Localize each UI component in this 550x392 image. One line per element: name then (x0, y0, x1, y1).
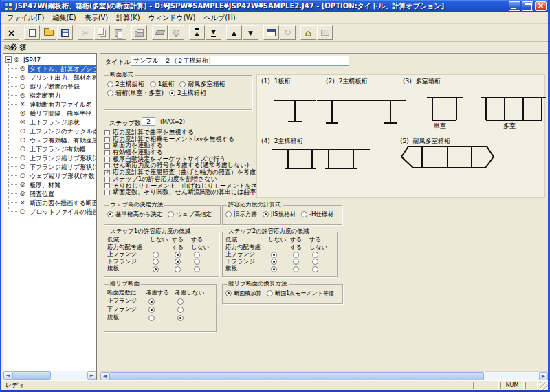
radio[interactable] (175, 259, 181, 265)
cut-button[interactable]: ✂ (78, 25, 94, 40)
radio[interactable] (153, 252, 159, 258)
radio-option[interactable]: 2主構箱桁 (169, 89, 206, 98)
radio[interactable] (177, 298, 184, 305)
radio-option[interactable]: -H仕様材 (301, 210, 333, 219)
checkbox[interactable] (104, 150, 110, 155)
detail-view-button[interactable] (317, 25, 333, 40)
radio[interactable] (175, 252, 181, 258)
exit-button[interactable]: × (3, 25, 19, 40)
tree-hscroll-track[interactable] (12, 371, 87, 380)
radio-option[interactable]: 耐風多室箱桁 (179, 80, 225, 89)
scroll-left-icon[interactable]: ◄ (100, 372, 109, 380)
tree-hscroll-thumb[interactable] (12, 371, 51, 380)
radio[interactable] (177, 315, 184, 321)
tree-item[interactable]: ○上フランジのナックル点 (20, 127, 96, 135)
radio[interactable] (293, 252, 299, 258)
radio[interactable] (148, 307, 155, 313)
content-hscrollbar[interactable]: ◄ ► (100, 371, 548, 380)
checkbox[interactable] (104, 143, 110, 149)
radio[interactable] (301, 211, 307, 217)
checkbox[interactable] (104, 163, 110, 168)
radio[interactable] (293, 266, 299, 272)
close-button[interactable] (535, 1, 547, 11)
move-first-button[interactable]: ▲ (189, 25, 205, 40)
checkbox[interactable] (104, 190, 110, 195)
print-button[interactable] (131, 25, 147, 40)
radio[interactable] (107, 81, 113, 87)
checkbox[interactable] (104, 157, 110, 162)
scroll-right-icon[interactable]: ► (539, 372, 548, 380)
menu-calc[interactable]: 計算(K) (112, 12, 144, 23)
menu-edit[interactable]: 編集(E) (49, 12, 80, 23)
checkbox[interactable] (104, 137, 110, 142)
radio-option[interactable]: ウェブ高指定 (168, 210, 212, 219)
tree-item[interactable]: ×連動断面力ファイル名 (20, 100, 96, 109)
radio[interactable] (271, 252, 277, 258)
radio-option[interactable]: 箱桁(単室・多室) (107, 89, 164, 98)
tree-item[interactable]: ◎タイトル、計算オプション (20, 64, 96, 73)
tree-item[interactable]: ◎板厚、材質 (20, 180, 96, 189)
move-last-button[interactable]: ▼ (206, 25, 221, 40)
scroll-right-icon[interactable]: ► (87, 371, 96, 380)
radio-option[interactable]: 旧示方書 (226, 210, 257, 219)
radio[interactable] (226, 290, 232, 296)
save-file-button[interactable] (57, 25, 73, 40)
tree-item[interactable]: ○下フランジ縦リブ形状(本数、断 (20, 162, 96, 171)
radio[interactable] (271, 259, 277, 265)
radio[interactable] (107, 211, 113, 217)
menu-file[interactable]: ファイル(F) (3, 12, 49, 23)
radio[interactable] (312, 266, 318, 272)
maximize-button[interactable] (522, 1, 534, 11)
radio[interactable] (107, 90, 113, 96)
scroll-left-icon[interactable]: ◄ (3, 371, 12, 380)
radio[interactable] (312, 259, 318, 265)
radio[interactable] (148, 315, 155, 321)
radio-option[interactable]: 断面積加算 (226, 290, 261, 297)
radio-option[interactable]: 基準桁高から決定 (107, 210, 162, 219)
radio[interactable] (194, 266, 200, 272)
tree-item[interactable]: ○プロットファイルの描画スケール (20, 207, 96, 216)
tree-item[interactable]: ○上フランジ縦リブ形状(本数、断 (20, 153, 96, 162)
open-file-button[interactable] (41, 25, 56, 40)
menu-view[interactable]: 表示(V) (80, 12, 113, 23)
radio[interactable] (177, 307, 184, 313)
step-count-input[interactable] (142, 117, 155, 126)
radio[interactable] (194, 252, 200, 258)
tree-item[interactable]: ◎横リブ間隔、曲率半径、ウェブ (20, 109, 96, 118)
radio[interactable] (169, 90, 175, 96)
tree-item[interactable]: ◎照査位置 (20, 189, 96, 198)
refresh-button[interactable]: ↻ (280, 25, 296, 40)
radio-option[interactable]: 断面1次モーメント等価 (267, 290, 334, 297)
radio[interactable] (226, 211, 232, 217)
tree-item[interactable]: ×断面力図を描画する断面力フ (20, 198, 96, 207)
tree-item[interactable]: ○縦リブ断面の登録 (20, 82, 96, 91)
tree-item[interactable]: ○上下フランジ有効幅 (20, 144, 96, 153)
radio-option[interactable]: JIS規格材 (263, 210, 296, 219)
tree-item[interactable]: ◎プリント出力、部材名称、鋼材 (20, 73, 96, 82)
menu-help[interactable]: ヘルプ(H) (200, 12, 240, 23)
tree-item[interactable]: ◎上下フランジ形状 (20, 118, 96, 127)
tree-hscrollbar[interactable]: ◄ ► (3, 371, 96, 380)
move-prev-button[interactable]: ▲ (226, 25, 242, 40)
radio[interactable] (179, 81, 186, 87)
tree-item[interactable]: ○ウェブ縦リブ形状(本数、断面 (20, 171, 96, 180)
checkbox[interactable] (104, 183, 110, 188)
radio-option[interactable]: 2主構鈑桁 (107, 80, 144, 89)
radio[interactable] (271, 266, 277, 272)
checkbox[interactable] (104, 177, 110, 182)
radio[interactable] (293, 259, 299, 265)
tree-root[interactable]: ◎ JSP47 (3, 55, 96, 64)
content-hscroll-thumb[interactable] (109, 372, 484, 380)
radio[interactable] (168, 211, 174, 217)
hint-button[interactable] (168, 25, 184, 40)
paste-button[interactable] (111, 25, 126, 40)
radio[interactable] (312, 252, 318, 258)
copy-button[interactable] (94, 25, 110, 40)
erase-button[interactable] (152, 25, 168, 40)
menu-window[interactable]: ウィンドウ(W) (144, 12, 200, 23)
radio[interactable] (153, 259, 159, 265)
radio[interactable] (153, 266, 159, 272)
radio[interactable] (150, 81, 156, 87)
move-next-button[interactable]: ▼ (243, 25, 258, 40)
radio[interactable] (148, 298, 155, 305)
